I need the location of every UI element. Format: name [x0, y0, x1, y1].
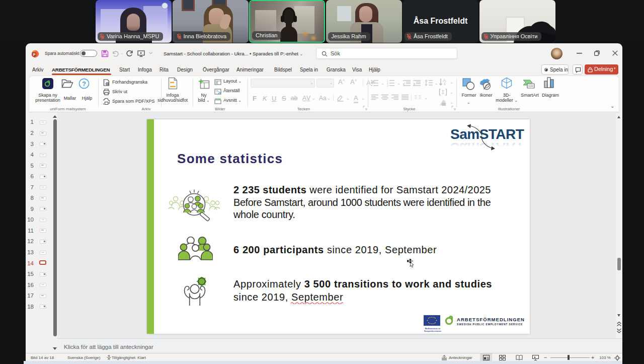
- svg-text:A: A: [443, 78, 446, 83]
- svg-text:P: P: [33, 52, 35, 57]
- svg-text:?: ?: [82, 80, 86, 88]
- svg-text:3: 3: [387, 85, 388, 87]
- svg-text:A: A: [366, 79, 371, 86]
